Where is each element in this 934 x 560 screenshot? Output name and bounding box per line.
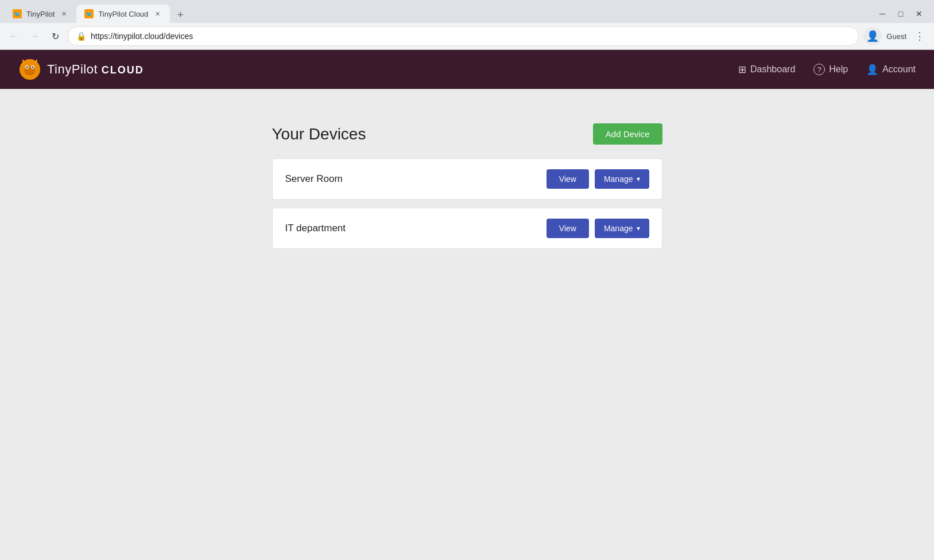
app: TinyPilot CLOUD ⊞ Dashboard ? Help 👤 Acc… xyxy=(0,50,934,560)
navbar-links: ⊞ Dashboard ? Help 👤 Account xyxy=(738,64,916,76)
manage-label-server-room: Manage xyxy=(604,174,633,184)
lock-icon: 🔒 xyxy=(76,32,86,41)
window-controls: ─ □ ✕ xyxy=(874,6,929,22)
page-title: Your Devices xyxy=(272,125,366,143)
help-icon: ? xyxy=(813,64,825,75)
svg-point-4 xyxy=(26,67,28,68)
add-device-button[interactable]: Add Device xyxy=(593,123,662,145)
device-name-server-room: Server Room xyxy=(285,173,547,185)
url-bar[interactable]: 🔒 https://tinypilot.cloud/devices xyxy=(68,26,859,46)
url-text: https://tinypilot.cloud/devices xyxy=(91,32,850,41)
profile-button[interactable]: 👤 xyxy=(863,27,882,45)
manage-button-server-room[interactable]: Manage ▾ xyxy=(595,169,649,189)
device-card-it-department: IT department View Manage ▾ xyxy=(272,208,662,249)
address-bar: ← → ↻ 🔒 https://tinypilot.cloud/devices … xyxy=(0,23,934,50)
brand-name: TinyPilot CLOUD xyxy=(47,62,144,77)
tab-label-2: TinyPilot Cloud xyxy=(98,10,148,18)
svg-point-5 xyxy=(32,67,34,68)
brand-logo-icon xyxy=(18,58,41,81)
main-content: Your Devices Add Device Server Room View… xyxy=(0,89,934,560)
nav-link-account[interactable]: 👤 Account xyxy=(866,64,916,76)
device-actions-server-room: View Manage ▾ xyxy=(547,169,649,189)
tab-tinypilot-cloud[interactable]: 🐦 TinyPilot Cloud ✕ xyxy=(76,5,170,23)
browser-menu-button[interactable]: ⋮ xyxy=(911,28,928,45)
tab-favicon-2: 🐦 xyxy=(84,9,94,18)
minimize-button[interactable]: ─ xyxy=(874,6,890,22)
nav-link-help-label: Help xyxy=(829,64,848,75)
close-button[interactable]: ✕ xyxy=(911,6,927,22)
device-card-server-room: Server Room View Manage ▾ xyxy=(272,158,662,200)
manage-label-it-department: Manage xyxy=(604,224,633,233)
device-name-it-department: IT department xyxy=(285,223,547,234)
tab-tinypilot[interactable]: 🐦 TinyPilot ✕ xyxy=(5,5,76,23)
dashboard-icon: ⊞ xyxy=(738,64,746,76)
content-wrapper: Your Devices Add Device Server Room View… xyxy=(272,123,662,560)
forward-button[interactable]: → xyxy=(26,28,42,44)
device-actions-it-department: View Manage ▾ xyxy=(547,219,649,238)
tab-favicon-1: 🐦 xyxy=(13,9,22,18)
manage-dropdown-arrow-it-department: ▾ xyxy=(637,224,640,232)
view-button-it-department[interactable]: View xyxy=(547,219,589,238)
nav-link-dashboard-label: Dashboard xyxy=(750,64,795,75)
nav-link-help[interactable]: ? Help xyxy=(813,64,848,75)
back-button[interactable]: ← xyxy=(6,28,22,44)
browser-chrome: 🐦 TinyPilot ✕ 🐦 TinyPilot Cloud ✕ + ─ □ … xyxy=(0,0,934,50)
maximize-button[interactable]: □ xyxy=(893,6,909,22)
profile-label: Guest xyxy=(886,32,906,41)
account-icon: 👤 xyxy=(866,64,878,76)
tab-close-2[interactable]: ✕ xyxy=(153,9,162,18)
navbar-brand: TinyPilot CLOUD xyxy=(18,58,144,81)
manage-button-it-department[interactable]: Manage ▾ xyxy=(595,219,649,238)
tab-label-1: TinyPilot xyxy=(26,10,55,18)
devices-header: Your Devices Add Device xyxy=(272,123,662,145)
tab-close-1[interactable]: ✕ xyxy=(59,9,68,18)
new-tab-button[interactable]: + xyxy=(172,7,188,23)
tabs-row: 🐦 TinyPilot ✕ 🐦 TinyPilot Cloud ✕ + xyxy=(5,5,188,23)
nav-link-account-label: Account xyxy=(882,64,916,75)
view-button-server-room[interactable]: View xyxy=(547,169,589,189)
reload-button[interactable]: ↻ xyxy=(47,28,63,44)
nav-link-dashboard[interactable]: ⊞ Dashboard xyxy=(738,64,795,76)
navbar: TinyPilot CLOUD ⊞ Dashboard ? Help 👤 Acc… xyxy=(0,50,934,89)
manage-dropdown-arrow-server-room: ▾ xyxy=(637,175,640,183)
title-bar: 🐦 TinyPilot ✕ 🐦 TinyPilot Cloud ✕ + ─ □ … xyxy=(0,0,934,23)
